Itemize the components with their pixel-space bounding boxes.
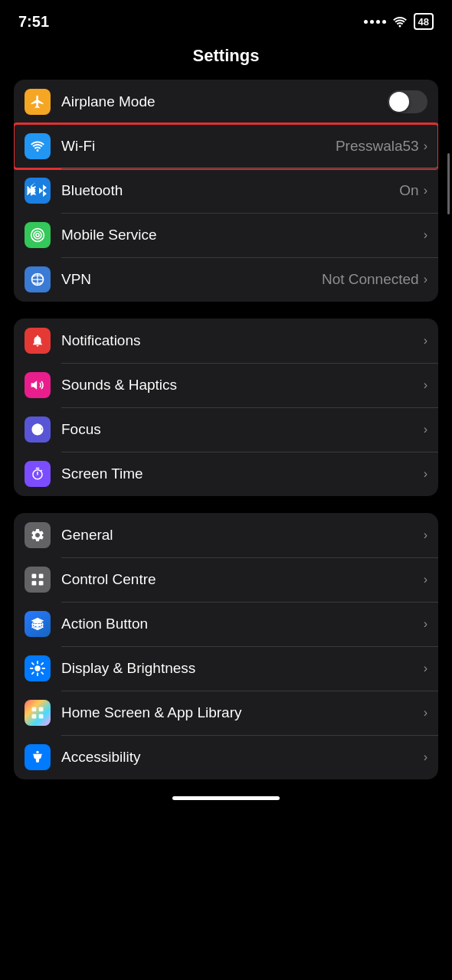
wifi-icon: [25, 133, 51, 159]
focus-icon: [25, 416, 51, 443]
control-centre-chevron: ›: [424, 573, 427, 586]
home-screen-row[interactable]: Home Screen & App Library ›: [14, 691, 438, 735]
home-screen-chevron: ›: [424, 706, 427, 720]
home-screen-icon: [25, 700, 51, 726]
vpn-value: Not Connected: [322, 271, 419, 288]
page-title: Settings: [0, 38, 452, 80]
action-button-chevron: ›: [424, 617, 427, 631]
airplane-mode-icon: [25, 89, 51, 115]
battery-indicator: 48: [414, 13, 434, 30]
sounds-haptics-row[interactable]: Sounds & Haptics ›: [14, 363, 438, 407]
vpn-chevron: ›: [424, 273, 427, 286]
wifi-label: Wi-Fi: [61, 138, 336, 155]
display-brightness-icon: [25, 655, 51, 681]
airplane-mode-row[interactable]: Airplane Mode: [14, 80, 438, 124]
accessibility-chevron: ›: [424, 750, 427, 764]
svg-point-15: [34, 665, 40, 671]
focus-chevron: ›: [424, 423, 427, 436]
control-centre-label: Control Centre: [61, 571, 424, 588]
general-icon: [25, 522, 51, 548]
display-brightness-row[interactable]: Display & Brightness ›: [14, 646, 438, 691]
svg-rect-24: [32, 707, 37, 712]
sounds-haptics-label: Sounds & Haptics: [61, 377, 424, 394]
action-button-icon: [25, 611, 51, 637]
accessibility-row[interactable]: Accessibility ›: [14, 735, 438, 779]
svg-line-21: [41, 672, 43, 674]
bluetooth-label: Bluetooth: [61, 182, 399, 199]
sounds-haptics-chevron: ›: [424, 378, 427, 392]
svg-rect-27: [39, 714, 44, 719]
display-brightness-chevron: ›: [424, 662, 427, 675]
status-time: 7:51: [18, 13, 49, 31]
svg-line-22: [41, 663, 43, 665]
scrollbar: [447, 153, 450, 214]
mobile-service-row[interactable]: Mobile Service ›: [14, 213, 438, 257]
svg-point-28: [36, 751, 38, 753]
control-centre-icon: [25, 567, 51, 593]
bluetooth-value: On: [399, 182, 418, 199]
mobile-service-label: Mobile Service: [61, 227, 424, 243]
wifi-chevron: ›: [424, 139, 427, 153]
focus-row[interactable]: Focus ›: [14, 407, 438, 452]
svg-line-20: [32, 663, 34, 665]
home-indicator: [172, 796, 280, 800]
status-icons: 48: [364, 13, 434, 30]
wifi-row[interactable]: Wi-Fi Presswala53 ›: [14, 124, 438, 168]
accessibility-label: Accessibility: [61, 749, 424, 766]
vpn-icon: [25, 266, 51, 292]
vpn-row[interactable]: VPN Not Connected ›: [14, 257, 438, 302]
action-button-label: Action Button: [61, 616, 424, 632]
svg-rect-14: [39, 581, 44, 586]
general-row[interactable]: General ›: [14, 513, 438, 557]
screen-time-icon: [25, 461, 51, 487]
screen-time-chevron: ›: [424, 467, 427, 481]
notifications-row[interactable]: Notifications ›: [14, 318, 438, 363]
svg-point-6: [36, 234, 39, 237]
notifications-chevron: ›: [424, 334, 427, 348]
action-button-row[interactable]: Action Button ›: [14, 602, 438, 646]
notifications-section: Notifications › Sounds & Haptics › Focus…: [14, 318, 438, 496]
bluetooth-icon: [25, 178, 51, 204]
mobile-service-icon: [25, 222, 51, 248]
svg-point-5: [34, 231, 41, 239]
system-section: General › Control Centre › Action Button…: [14, 513, 438, 779]
svg-marker-10: [31, 381, 38, 390]
general-chevron: ›: [424, 528, 427, 542]
control-centre-row[interactable]: Control Centre ›: [14, 557, 438, 602]
connectivity-section: Airplane Mode Wi-Fi Presswala53 ›: [14, 80, 438, 302]
bluetooth-row[interactable]: Bluetooth On ›: [14, 168, 438, 213]
svg-rect-25: [39, 707, 44, 712]
focus-label: Focus: [61, 421, 424, 438]
svg-rect-12: [39, 574, 44, 579]
notifications-icon: [25, 328, 51, 354]
vpn-label: VPN: [61, 271, 322, 288]
notifications-label: Notifications: [61, 332, 424, 349]
wifi-status-icon: [392, 15, 408, 28]
svg-rect-13: [32, 581, 37, 586]
svg-line-23: [32, 672, 34, 674]
bluetooth-chevron: ›: [424, 184, 427, 198]
mobile-service-chevron: ›: [424, 228, 427, 242]
airplane-mode-toggle[interactable]: [388, 90, 427, 113]
sounds-haptics-icon: [25, 372, 51, 398]
airplane-mode-label: Airplane Mode: [61, 93, 388, 110]
screen-time-row[interactable]: Screen Time ›: [14, 452, 438, 496]
wifi-value: Presswala53: [336, 138, 419, 155]
home-screen-label: Home Screen & App Library: [61, 704, 424, 721]
display-brightness-label: Display & Brightness: [61, 660, 424, 677]
svg-rect-11: [32, 574, 37, 579]
general-label: General: [61, 527, 424, 544]
screen-time-label: Screen Time: [61, 466, 424, 482]
svg-rect-26: [32, 714, 37, 719]
signal-dots: [364, 20, 386, 24]
accessibility-icon: [25, 744, 51, 770]
status-bar: 7:51 48: [0, 0, 452, 38]
